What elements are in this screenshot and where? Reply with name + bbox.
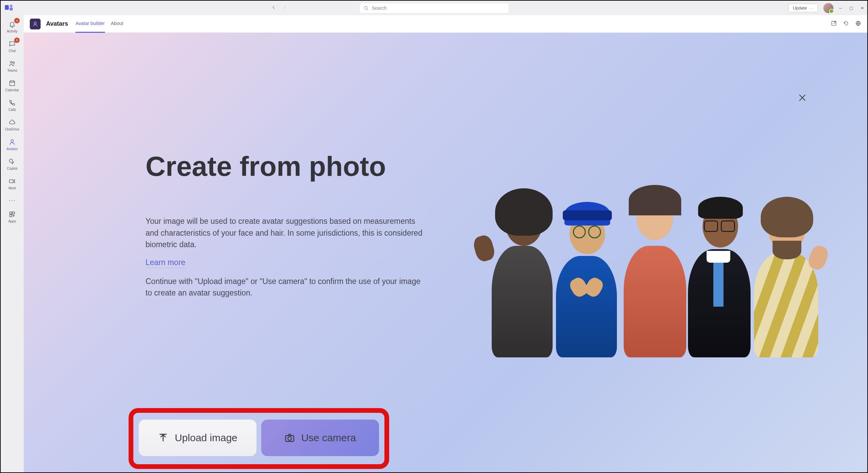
rail-item-meet[interactable]: Meet	[1, 174, 24, 193]
svg-point-12	[34, 22, 36, 24]
use-camera-button[interactable]: Use camera	[261, 420, 379, 456]
svg-rect-0	[5, 5, 9, 10]
avatars-app-tile-icon	[30, 19, 41, 29]
svg-point-7	[11, 140, 13, 142]
svg-point-1	[10, 4, 13, 7]
profile-avatar[interactable]	[823, 3, 833, 13]
svg-point-16	[288, 437, 292, 441]
app-name: Avatars	[46, 20, 68, 27]
rail-item-chat[interactable]: Chat 8	[1, 37, 24, 56]
window-close-button[interactable]: ✕	[861, 6, 864, 10]
video-icon	[8, 177, 16, 185]
reload-icon[interactable]	[843, 20, 849, 28]
window-minimize-button[interactable]: ─	[839, 6, 842, 10]
page-headline: Create from photo	[146, 151, 437, 182]
badge: 4	[14, 18, 20, 23]
globe-icon[interactable]	[855, 20, 861, 28]
upload-image-button[interactable]: Upload image	[139, 420, 257, 456]
phone-icon	[8, 99, 16, 107]
rail-item-apps[interactable]: Apps	[1, 207, 24, 226]
action-buttons-highlight: Upload image Use camera	[129, 408, 389, 469]
search-icon	[364, 6, 369, 10]
teams-logo-icon	[4, 3, 14, 14]
popout-icon[interactable]	[831, 20, 837, 28]
svg-rect-6	[10, 81, 15, 86]
copilot-icon	[8, 158, 16, 166]
cloud-icon	[8, 118, 16, 126]
svg-rect-10	[13, 212, 15, 214]
close-button[interactable]	[795, 90, 810, 105]
window-maximize-button[interactable]: ▢	[849, 6, 853, 10]
rail-item-onedrive[interactable]: OneDrive	[1, 115, 24, 134]
rail-item-avatars[interactable]: Avatars	[1, 135, 24, 154]
avatars-illustration	[485, 168, 823, 357]
svg-point-4	[10, 62, 13, 64]
svg-rect-9	[10, 212, 12, 214]
description-para-2: Continue with "Upload image" or "Use cam…	[146, 276, 426, 299]
rail-item-activity[interactable]: Activity 4	[1, 17, 24, 36]
search-placeholder: Search	[372, 5, 387, 11]
badge: 8	[14, 38, 20, 43]
people-icon	[8, 60, 16, 68]
ellipsis-icon: ···	[809, 5, 814, 10]
upload-icon	[158, 432, 169, 443]
svg-point-5	[13, 62, 15, 64]
search-input[interactable]: Search	[360, 3, 509, 13]
learn-more-link[interactable]: Learn more	[146, 258, 185, 268]
description-para-1: Your image will be used to create avatar…	[146, 215, 426, 251]
apps-icon	[8, 210, 16, 218]
tab-avatar-builder[interactable]: Avatar builder	[75, 15, 105, 33]
rail-item-copilot[interactable]: Copilot	[1, 155, 24, 173]
svg-rect-11	[10, 215, 12, 217]
tab-about[interactable]: About	[111, 15, 124, 33]
rail-item-calls[interactable]: Calls	[1, 96, 24, 115]
nav-forward-button[interactable]	[282, 5, 287, 11]
rail-item-teams[interactable]: Teams	[1, 56, 24, 75]
nav-back-button[interactable]	[271, 5, 276, 11]
rail-more-button[interactable]: ···	[1, 194, 24, 207]
rail-item-calendar[interactable]: Calendar	[1, 76, 24, 95]
svg-rect-8	[9, 180, 13, 183]
calendar-icon	[8, 79, 16, 87]
update-button[interactable]: Update ···	[788, 4, 818, 12]
camera-icon	[284, 432, 295, 443]
avatar-icon	[8, 138, 16, 146]
svg-rect-2	[9, 7, 13, 10]
